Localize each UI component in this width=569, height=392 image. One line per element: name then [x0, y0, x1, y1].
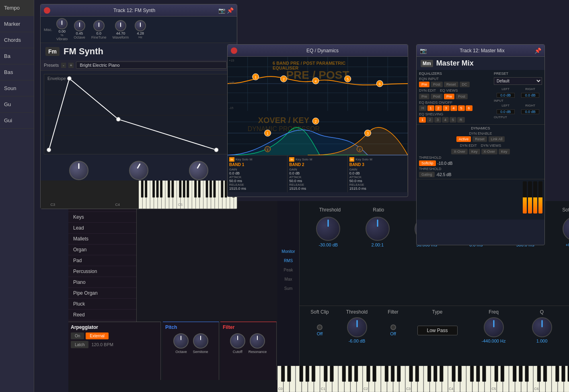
eq-edit-post-btn[interactable]: Post — [431, 94, 443, 99]
eq-shelf-2[interactable]: 2 — [427, 117, 433, 123]
octave-misc-knob[interactable] — [74, 20, 85, 31]
eq-band-6[interactable]: 6 — [466, 105, 472, 111]
eq-band-1[interactable]: 1 — [427, 105, 434, 111]
eq-shelf-5[interactable]: 5 — [450, 117, 456, 123]
sidebar-item-soun[interactable]: Soun — [0, 80, 34, 96]
band1-m-btn[interactable]: M — [250, 158, 253, 161]
sidebar-item-tempo[interactable]: Tempo — [0, 0, 34, 16]
band2-m-btn[interactable]: M — [310, 158, 312, 161]
output-right-value[interactable] — [521, 109, 539, 114]
arp-on-btn[interactable]: On — [71, 332, 84, 339]
svg-rect-157 — [342, 366, 346, 382]
freq-knob[interactable] — [484, 317, 504, 337]
reset-btn[interactable]: Reset — [444, 82, 458, 87]
close-icon[interactable] — [44, 7, 50, 14]
dyn-ratio-knob[interactable] — [366, 217, 390, 241]
active-btn[interactable]: Active — [456, 136, 471, 142]
preset-select[interactable]: Default — [494, 77, 542, 85]
release-knob[interactable] — [189, 161, 208, 180]
eq-views-post-btn[interactable]: Post — [456, 94, 468, 99]
instrument-mallets[interactable]: Mallets — [68, 234, 136, 244]
eq-shelf-3[interactable]: 3 — [434, 117, 441, 123]
filter-led[interactable] — [390, 324, 396, 330]
instrument-reed[interactable]: Reed — [68, 310, 136, 320]
instrument-organ[interactable]: Organ — [68, 244, 136, 255]
dc-btn[interactable]: DC — [460, 82, 470, 87]
band2-key-btn[interactable]: Key Solo — [296, 158, 308, 161]
band3-in-btn[interactable]: In — [349, 157, 355, 162]
eq-band-h[interactable]: H — [419, 105, 427, 111]
vibrato-knob[interactable] — [56, 18, 68, 29]
key-btn1[interactable]: Key — [469, 149, 480, 154]
filter-threshold-knob[interactable] — [347, 317, 367, 337]
sidebar-item-ba[interactable]: Ba — [0, 48, 34, 64]
instrument-pad[interactable]: Pad — [68, 255, 136, 266]
sidebar-item-marker[interactable]: Marker — [0, 16, 34, 32]
pre-btn[interactable]: Pre — [419, 82, 429, 87]
cutoff-knob[interactable] — [230, 333, 245, 349]
eq-band-4[interactable]: 4 — [450, 105, 457, 111]
rms-label[interactable]: RMS — [284, 259, 293, 263]
xover-btn[interactable]: X-Over — [451, 149, 468, 154]
band1-in-btn[interactable]: In — [229, 157, 234, 162]
camera-icon[interactable]: 📷 — [218, 7, 225, 14]
dyn-reset-btn[interactable]: Reset — [472, 136, 487, 142]
pin-icon-mm[interactable]: 📌 — [534, 47, 541, 54]
soft-clip-led[interactable] — [317, 324, 323, 330]
xover-btn2[interactable]: X-Over — [481, 149, 498, 154]
arp-latch-btn[interactable]: Latch — [71, 341, 88, 348]
link-all-btn[interactable]: Link All — [489, 136, 505, 142]
svg-rect-159 — [354, 366, 358, 382]
input-left-value[interactable] — [497, 93, 515, 98]
eq-views-pre-btn[interactable]: Pre — [444, 94, 454, 99]
output-left-value[interactable] — [497, 109, 515, 114]
eq-shelf-4[interactable]: 4 — [442, 117, 449, 123]
octave-knob[interactable] — [173, 333, 189, 349]
output-left-label: LEFT — [494, 104, 518, 107]
eq-band-2[interactable]: 2 — [435, 105, 442, 111]
pin-icon[interactable]: 📌 — [227, 7, 234, 14]
sidebar-item-chords[interactable]: Chords — [0, 32, 34, 48]
instrument-percussion[interactable]: Percussion — [68, 266, 136, 277]
instrument-keys[interactable]: Keys — [68, 212, 136, 223]
dyn-soft-knee-knob[interactable] — [563, 217, 569, 241]
key-btn2[interactable]: Key — [499, 149, 510, 154]
eq-shelf-1[interactable]: 1 — [419, 117, 426, 123]
attack-knob[interactable] — [69, 161, 88, 180]
semitone-knob[interactable] — [193, 333, 208, 349]
band1-key-btn[interactable]: Key Solo — [236, 158, 249, 161]
waveform-knob[interactable] — [115, 20, 126, 31]
preset-next-btn[interactable]: + — [68, 63, 74, 68]
resonance-knob[interactable] — [250, 333, 265, 349]
instrument-pipe-organ[interactable]: Pipe Organ — [68, 288, 136, 299]
svg-rect-38 — [160, 181, 162, 197]
eq-close-icon[interactable] — [231, 47, 237, 54]
eq-shelf-r[interactable]: R — [457, 117, 465, 123]
sidebar-item-bas[interactable]: Bas — [0, 64, 34, 80]
dyn-threshold-knob[interactable] — [316, 217, 340, 241]
eq-edit-pre-btn[interactable]: Pre — [419, 94, 429, 99]
decay-knob[interactable] — [129, 161, 148, 180]
hz-knob[interactable] — [135, 20, 146, 31]
band2-in-btn[interactable]: In — [289, 157, 294, 162]
band3-m-btn[interactable]: M — [370, 158, 372, 161]
input-right-value[interactable] — [521, 93, 539, 98]
preset-name-input[interactable] — [76, 62, 227, 69]
arp-external-btn[interactable]: External — [86, 332, 109, 339]
camera-icon-mm[interactable]: 📷 — [420, 47, 427, 54]
fine-tune-knob[interactable] — [93, 20, 105, 31]
softclip-btn[interactable]: Softclip — [419, 160, 436, 166]
filter-type-display[interactable]: Low Pass — [417, 326, 458, 335]
band3-key-btn[interactable]: Key Solo — [355, 158, 368, 161]
instrument-lead[interactable]: Lead — [68, 223, 136, 234]
post-btn[interactable]: Post — [431, 82, 443, 87]
instrument-piano[interactable]: Piano — [68, 277, 136, 288]
sidebar-item-gu[interactable]: Gu — [0, 96, 34, 113]
gating-btn[interactable]: Gating — [419, 172, 435, 177]
eq-band-3[interactable]: 3 — [443, 105, 450, 111]
eq-band-5[interactable]: 5 — [458, 105, 465, 111]
instrument-pluck[interactable]: Pluck — [68, 299, 136, 310]
sidebar-item-gui[interactable]: Gui — [0, 113, 34, 129]
preset-prev-btn[interactable]: - — [61, 63, 66, 68]
q-knob[interactable] — [532, 317, 552, 337]
